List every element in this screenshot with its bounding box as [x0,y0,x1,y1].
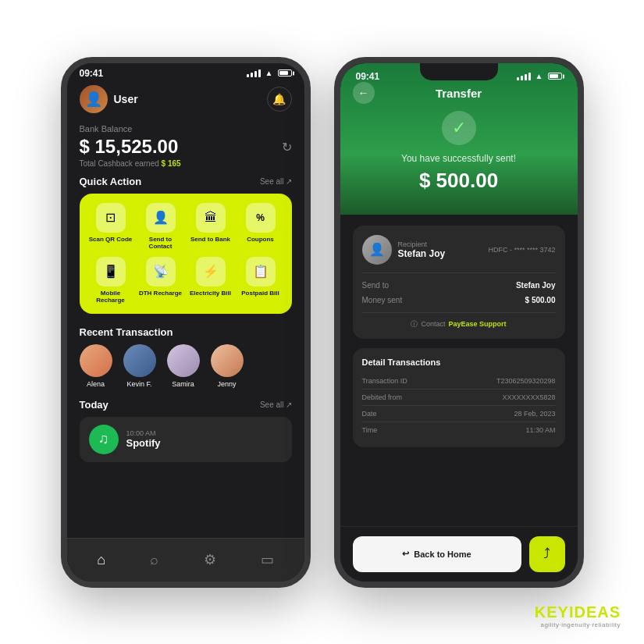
debited-label: Debited from [362,393,403,401]
brand-tagline: agility·ingenuity·reliability [535,621,621,628]
phone-2-frame: 09:41 ▲ [334,57,584,588]
success-message: You have successfully sent! [401,153,516,164]
electricity-bill-label: Electricity Bill [190,290,231,297]
spotify-card[interactable]: ♫ 10:00 AM Spotify [80,417,292,462]
signal-icon-2 [517,73,531,80]
action-scan-qr[interactable]: ⊡ Scan QR Code [89,203,133,251]
back-home-icon: ↩ [402,549,409,559]
mobile-recharge-label: Mobile Recharge [89,290,133,304]
postpaid-bill-icon: 📋 [246,257,276,286]
arrow-icon: ↗ [286,177,292,186]
money-sent-value: $ 500.00 [525,296,556,304]
cashback-text: Total Cashback earned $ 165 [80,159,292,168]
tx-person-alena[interactable]: Alena [80,344,112,388]
send-to-row: Send to Stefan Joy [362,278,556,293]
action-dth-recharge[interactable]: 📡 DTH Recharge [139,257,183,304]
send-to-label: Send to [362,281,389,290]
action-mobile-recharge[interactable]: 📱 Mobile Recharge [89,257,133,304]
info-icon: ⓘ [411,319,418,329]
tx-id-value: T23062509320298 [496,377,556,385]
tx-avatar-kevin [123,344,156,377]
recipient-card: 👤 Recipient Stefan Joy HDFC - **** **** … [353,226,565,339]
brand-logo: KEYIDEAS agility·ingenuity·reliability [535,603,621,628]
spotify-icon: ♫ [89,425,119,454]
send-contact-icon: 👤 [146,203,176,233]
action-send-bank[interactable]: 🏛 Send to Bank [189,203,233,251]
spotify-time: 10:00 AM [126,429,283,437]
brand-name-part1: KEY [535,603,569,621]
detail-row-debited: Debited from XXXXXXXX5828 [362,390,556,406]
share-icon: ⤴ [543,546,550,562]
action-electricity-bill[interactable]: ⚡ Electricity Bill [189,257,233,304]
success-check-icon: ✓ [442,111,476,145]
debited-value: XXXXXXXX5828 [502,393,555,401]
today-see-all[interactable]: See all ↗ [260,399,292,411]
back-home-label: Back to Home [414,550,471,559]
bottom-nav: ⌂ ⌕ ⚙ ▭ [67,538,304,582]
quick-action-see-all[interactable]: See all ↗ [260,177,292,186]
today-label: Today [80,399,109,411]
card-divider-2 [362,312,556,313]
today-section: Today See all ↗ ♫ 10:00 AM Spotify [67,394,304,467]
transfer-header: 09:41 ▲ [340,63,578,215]
tx-id-label: Transaction ID [362,377,407,385]
quick-action-title: Quick Action [80,176,142,187]
action-send-contact[interactable]: 👤 Send to Contact [139,203,183,251]
success-amount: $ 500.00 [419,169,498,193]
scan-qr-label: Scan QR Code [89,236,133,244]
coupons-icon: % [246,203,276,233]
nav-settings[interactable]: ⚙ [194,548,226,571]
tx-name-alena: Alena [87,380,105,388]
postpaid-bill-label: Postpaid Bill [241,290,279,297]
arrow-icon: ↗ [286,400,292,409]
spotify-name: Spotify [126,437,283,449]
recent-tx-title: Recent Transaction [80,326,173,338]
user-info: 👤 User [80,85,138,113]
detail-transactions-title: Detail Transactions [362,358,556,367]
tx-avatar-alena [80,344,112,377]
tx-person-kevin[interactable]: Kevin F. [123,344,156,388]
action-postpaid-bill[interactable]: 📋 Postpaid Bill [239,257,283,304]
detail-row-tx-id: Transaction ID T23062509320298 [362,373,556,390]
time-label: Time [362,426,378,434]
wifi-icon: ▲ [265,69,273,77]
back-to-home-button[interactable]: ↩ Back to Home [353,536,521,572]
dth-recharge-icon: 📡 [146,257,176,286]
battery-icon [278,69,292,76]
notification-bell-button[interactable]: 🔔 [267,87,292,112]
support-row: ⓘ Contact PayEase Support [362,319,556,329]
transfer-bottom: ↩ Back to Home ⤴ [340,526,578,582]
back-button[interactable]: ← [353,82,375,104]
nav-home[interactable]: ⌂ [87,549,115,571]
brand-name: KEYIDEAS [535,603,621,621]
mobile-recharge-icon: 📱 [96,257,126,286]
cashback-amount: $ 165 [162,159,181,168]
send-contact-label: Send to Contact [139,236,183,251]
money-sent-label: Money sent [362,296,403,304]
status-bar-2: 09:41 ▲ [353,68,565,87]
send-to-value: Stefan Joy [516,281,556,290]
bank-balance-section: Bank Balance $ 15,525.00 ↻ Total Cashbac… [67,119,304,176]
tx-person-samira[interactable]: Samira [167,344,200,388]
tx-person-jenny[interactable]: Jenny [211,344,244,388]
transfer-top-bar: ← Transfer [353,87,565,100]
nav-wallet[interactable]: ▭ [251,548,283,571]
recipient-label: Recipient [398,240,446,248]
action-coupons[interactable]: % Coupons [239,203,283,251]
signal-icon [247,69,261,77]
phone-1-frame: 09:41 ▲ � [61,57,311,588]
today-header: Today See all ↗ [80,399,292,411]
nav-search[interactable]: ⌕ [141,549,168,571]
recent-transaction-section: Recent Transaction Alena Kevin F. [67,320,304,394]
transfer-body: 👤 Recipient Stefan Joy HDFC - **** **** … [340,215,578,526]
status-icons-2: ▲ [517,72,562,80]
quick-action-header: Quick Action See all ↗ [80,176,292,187]
date-label: Date [362,410,377,418]
support-link[interactable]: PayEase Support [449,320,507,328]
tx-avatar-jenny [211,344,244,377]
tx-name-samira: Samira [172,380,194,388]
support-prefix: Contact [421,320,445,328]
refresh-icon[interactable]: ↻ [282,140,292,155]
back-arrow-icon: ← [358,87,369,99]
share-button[interactable]: ⤴ [529,536,565,572]
